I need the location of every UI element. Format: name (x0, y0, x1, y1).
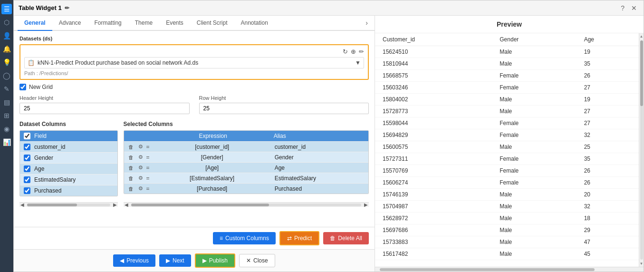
new-grid-checkbox[interactable] (19, 84, 26, 90)
publish-button[interactable]: ▶ Publish (195, 253, 235, 268)
col-check-customer-id[interactable] (24, 144, 30, 150)
title-edit-icon[interactable]: ✏ (65, 5, 69, 11)
preview-cell-gender: Male (492, 236, 576, 248)
preview-cell-age: 32 (577, 201, 639, 213)
col-label-customer-id: customer_id (34, 144, 114, 150)
sel-delete-4[interactable]: 🗑 (127, 185, 135, 192)
sel-settings-4[interactable]: ⚙ (137, 185, 144, 192)
delete-all-button[interactable]: 🗑 Delete All (323, 232, 369, 244)
sidebar-icon-menu[interactable]: ☰ (1, 4, 12, 14)
sidebar-icon-edit[interactable]: ✎ (1, 84, 12, 94)
table-row: 15624510Male19 (375, 46, 639, 58)
preview-cell-id: 15704987 (375, 201, 492, 213)
preview-cell-gender: Male (492, 141, 576, 153)
table-row: customer_id (20, 141, 117, 152)
preview-cell-gender: Male (492, 213, 576, 224)
hscroll-right-icon[interactable]: ▶ (112, 202, 118, 207)
sidebar-icon-user[interactable]: 👤 (1, 30, 12, 41)
sel-hscroll-left-icon[interactable]: ◀ (124, 202, 129, 207)
table-row: 15733883Male47 (375, 236, 639, 248)
sel-alias-0: customer_id (275, 144, 365, 150)
tab-more-button[interactable]: › (363, 17, 371, 29)
preview-cell-id: 15733883 (375, 236, 492, 248)
tab-theme[interactable]: Theme (128, 16, 159, 31)
dialog-close-button[interactable]: ✕ (629, 4, 639, 12)
selected-hscroll[interactable]: ◀ ▶ (124, 202, 369, 207)
sel-equals-2: = (146, 165, 150, 171)
preview-table-wrap[interactable]: Customer_id Gender Age 15624510Male19158… (375, 33, 639, 267)
sel-delete-0[interactable]: 🗑 (127, 144, 135, 150)
dataset-edit-icon[interactable]: ✏ (359, 48, 364, 55)
sel-alias-2: Age (275, 165, 365, 171)
sel-hscroll-right-icon[interactable]: ▶ (363, 202, 369, 207)
preview-cell-id: 15668575 (375, 70, 492, 82)
sel-settings-0[interactable]: ⚙ (137, 143, 144, 150)
datasets-box: ↻ ⊕ ✏ 📋 kNN-1-Predict Product purchase b… (19, 44, 369, 80)
dataset-item-label: kNN-1-Predict Product purchase based on … (38, 59, 352, 66)
dialog-help-button[interactable]: ? (619, 4, 626, 12)
table-row: 15728773Male27 (375, 106, 639, 117)
tab-client-script[interactable]: Client Script (190, 16, 234, 31)
header-height-input[interactable] (19, 103, 190, 114)
sidebar-icon-bulb[interactable]: 💡 (1, 57, 12, 68)
sidebar-icon-hex[interactable]: ⬡ (1, 17, 12, 28)
dataset-dropdown-icon[interactable]: ▼ (355, 59, 361, 66)
sel-delete-2[interactable]: 🗑 (127, 165, 135, 171)
sel-settings-1[interactable]: ⚙ (137, 154, 144, 161)
col-label-gender: Gender (34, 155, 114, 161)
row-height-label: Row Height (199, 95, 369, 101)
dataset-columns-select-all[interactable] (24, 133, 30, 139)
dataset-add-icon[interactable]: ⊕ (351, 48, 356, 55)
config-content: Datasets (ds) ↻ ⊕ ✏ 📋 kNN-1-Predict Prod… (14, 31, 375, 227)
sidebar-icon-grid[interactable]: ⊞ (1, 110, 12, 121)
sel-delete-1[interactable]: 🗑 (127, 154, 135, 161)
sel-equals-4: = (146, 185, 150, 192)
col-check-salary[interactable] (24, 176, 30, 183)
hscroll-left-icon[interactable]: ◀ (19, 202, 25, 207)
columns-section: Dataset Columns Field customer_id (19, 121, 369, 196)
vscroll-down-icon[interactable]: ▼ (639, 261, 644, 267)
tab-formatting[interactable]: Formatting (87, 16, 128, 31)
dataset-columns-table: Field customer_id Gender (19, 130, 118, 196)
preview-cell-age: 32 (577, 129, 639, 141)
preview-hscroll[interactable] (375, 267, 644, 272)
preview-cell-age: 35 (577, 153, 639, 165)
dataset-hscroll[interactable]: ◀ ▶ (19, 202, 118, 207)
preview-cell-age: 20 (577, 189, 639, 201)
preview-cell-id: 15603246 (375, 82, 492, 94)
close-button[interactable]: ✕ Close (239, 254, 275, 267)
selected-columns-panel: Selected Columns Expression Alias 🗑 ⚙ (124, 121, 369, 196)
vscroll-up-icon[interactable]: ▲ (639, 33, 644, 39)
col-check-purchased[interactable] (24, 187, 30, 194)
next-button[interactable]: ▶ Next (159, 254, 191, 267)
row-height-input[interactable] (199, 103, 369, 114)
preview-title: Preview (375, 16, 644, 33)
sidebar-icon-bell[interactable]: 🔔 (1, 44, 12, 54)
preview-vscroll[interactable]: ▲ ▼ (639, 33, 644, 267)
tab-annotation[interactable]: Annotation (234, 16, 275, 31)
tab-general[interactable]: General (18, 16, 52, 31)
tab-advance[interactable]: Advance (52, 16, 88, 31)
sel-delete-3[interactable]: 🗑 (127, 175, 135, 182)
dataset-item[interactable]: 📋 kNN-1-Predict Product purchase based o… (24, 57, 364, 68)
preview-cell-gender: Female (492, 177, 576, 189)
close-label: Close (253, 257, 268, 264)
sel-settings-2[interactable]: ⚙ (137, 164, 144, 171)
sidebar-icon-circle[interactable]: ◯ (1, 70, 12, 81)
datasets-label: Datasets (ds) (19, 36, 369, 41)
col-check-gender[interactable] (24, 155, 30, 161)
row-height-group: Row Height (199, 95, 369, 114)
previous-button[interactable]: ◀ Previous (113, 254, 155, 267)
tab-events[interactable]: Events (159, 16, 190, 31)
sidebar-icon-chart[interactable]: 📊 (1, 137, 12, 147)
preview-panel: Preview Customer_id Gender Age (375, 16, 644, 272)
custom-columns-button[interactable]: ≡ Custom Columns (213, 232, 276, 244)
sidebar-icon-table[interactable]: ▤ (1, 97, 12, 107)
sel-settings-3[interactable]: ⚙ (137, 175, 144, 182)
table-row: 15697686Male29 (375, 224, 639, 236)
col-check-age[interactable] (24, 165, 30, 172)
preview-cell-id: 15804002 (375, 94, 492, 106)
predict-button[interactable]: ⇄ Predict (279, 231, 319, 245)
sidebar-icon-layers[interactable]: ◉ (1, 124, 12, 134)
dataset-refresh-icon[interactable]: ↻ (343, 48, 348, 55)
